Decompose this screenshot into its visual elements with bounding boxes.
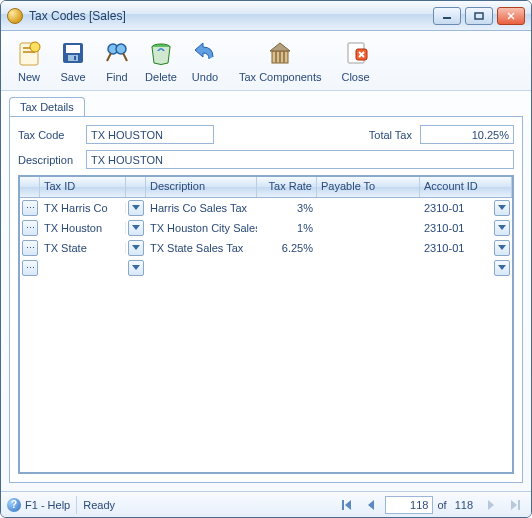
save-icon — [57, 37, 89, 69]
total-tax-value — [420, 125, 514, 144]
save-button[interactable]: Save — [51, 35, 95, 90]
account-dropdown-button[interactable] — [494, 220, 510, 236]
save-label: Save — [60, 71, 85, 83]
svg-rect-10 — [68, 55, 78, 61]
svg-rect-19 — [279, 51, 281, 63]
tax-id-dropdown-button[interactable] — [128, 200, 144, 216]
cell-tax-rate[interactable]: 6.25% — [257, 242, 317, 254]
delete-label: Delete — [145, 71, 177, 83]
undo-button[interactable]: Undo — [183, 35, 227, 90]
svg-rect-18 — [275, 51, 277, 63]
account-dropdown-button[interactable] — [494, 200, 510, 216]
cell-tax-rate[interactable]: 1% — [257, 222, 317, 234]
svg-marker-26 — [132, 205, 140, 210]
grid-header: Tax ID Description Tax Rate Payable To A… — [20, 177, 512, 198]
nav-first-button[interactable] — [337, 496, 357, 514]
svg-marker-31 — [498, 245, 506, 250]
cell-tax-id[interactable]: TX State — [40, 242, 126, 254]
svg-rect-20 — [283, 51, 285, 63]
svg-marker-35 — [345, 500, 351, 510]
delete-icon — [145, 37, 177, 69]
svg-rect-1 — [475, 13, 483, 19]
new-label: New — [18, 71, 40, 83]
close-icon — [506, 12, 516, 20]
account-dropdown-button[interactable] — [494, 240, 510, 256]
col-payable-to[interactable]: Payable To — [317, 177, 420, 197]
table-row[interactable]: ⋯TX StateTX State Sales Tax6.25%2310-01 — [20, 238, 512, 258]
col-tax-rate[interactable]: Tax Rate — [257, 177, 317, 197]
row-picker-button[interactable]: ⋯ — [22, 200, 38, 216]
svg-marker-29 — [498, 225, 506, 230]
cell-account-id[interactable]: 2310-01 — [420, 222, 490, 234]
app-icon — [7, 8, 23, 24]
col-account-id[interactable]: Account ID — [420, 177, 512, 197]
svg-marker-38 — [511, 500, 517, 510]
maximize-button[interactable] — [465, 7, 493, 25]
cell-tax-rate[interactable]: 3% — [257, 202, 317, 214]
svg-point-13 — [116, 44, 126, 54]
cell-description[interactable]: TX State Sales Tax — [146, 242, 257, 254]
row-picker-button[interactable]: ⋯ — [22, 260, 38, 276]
new-button[interactable]: New — [7, 35, 51, 90]
tax-id-dropdown-button[interactable] — [128, 220, 144, 236]
tax-id-dropdown-button[interactable] — [128, 260, 144, 276]
cell-description[interactable]: TX Houston City Sales — [146, 222, 257, 234]
svg-rect-0 — [443, 17, 451, 19]
nav-next-button[interactable] — [481, 496, 501, 514]
svg-line-14 — [107, 53, 111, 61]
maximize-icon — [474, 12, 484, 20]
window-title: Tax Codes [Sales] — [29, 9, 433, 23]
cell-account-id[interactable]: 2310-01 — [420, 202, 490, 214]
tax-components-label: Tax Components — [239, 71, 322, 83]
nav-prev-icon — [367, 500, 375, 510]
table-row[interactable]: ⋯TX HoustonTX Houston City Sales1%2310-0… — [20, 218, 512, 238]
total-tax-label: Total Tax — [369, 129, 412, 141]
statusbar: ? F1 - Help Ready of 118 — [1, 491, 531, 517]
row-picker-button[interactable]: ⋯ — [22, 220, 38, 236]
find-label: Find — [106, 71, 127, 83]
find-button[interactable]: Find — [95, 35, 139, 90]
nav-prev-button[interactable] — [361, 496, 381, 514]
close-window-button[interactable] — [497, 7, 525, 25]
tab-tax-details[interactable]: Tax Details — [9, 97, 85, 117]
help-icon[interactable]: ? — [7, 498, 21, 512]
svg-rect-9 — [66, 45, 80, 53]
svg-marker-32 — [132, 265, 140, 270]
cell-tax-id[interactable]: TX Harris Co — [40, 202, 126, 214]
nav-last-icon — [510, 500, 520, 510]
tax-code-input[interactable] — [86, 125, 214, 144]
minimize-icon — [442, 12, 452, 20]
tax-components-grid: Tax ID Description Tax Rate Payable To A… — [18, 175, 514, 474]
delete-button[interactable]: Delete — [139, 35, 183, 90]
nav-last-button[interactable] — [505, 496, 525, 514]
col-description[interactable]: Description — [146, 177, 257, 197]
tax-code-label: Tax Code — [18, 129, 86, 141]
help-text[interactable]: F1 - Help — [25, 499, 70, 511]
minimize-button[interactable] — [433, 7, 461, 25]
nav-next-icon — [487, 500, 495, 510]
col-tax-id[interactable]: Tax ID — [40, 177, 126, 197]
svg-marker-28 — [132, 225, 140, 230]
account-dropdown-button[interactable] — [494, 260, 510, 276]
tax-components-icon — [264, 37, 296, 69]
nav-total: 118 — [455, 499, 473, 511]
nav-of-text: of — [437, 499, 446, 511]
table-row[interactable]: ⋯TX Harris CoHarris Co Sales Tax3%2310-0… — [20, 198, 512, 218]
titlebar: Tax Codes [Sales] — [1, 1, 531, 31]
svg-marker-37 — [488, 500, 494, 510]
tax-components-button[interactable]: Tax Components — [233, 35, 328, 90]
description-input[interactable] — [86, 150, 514, 169]
nav-current-input[interactable] — [385, 496, 433, 514]
svg-marker-36 — [368, 500, 374, 510]
cell-description[interactable]: Harris Co Sales Tax — [146, 202, 257, 214]
toolbar: New Save Find Delete Undo — [1, 31, 531, 91]
row-picker-button[interactable]: ⋯ — [22, 240, 38, 256]
svg-marker-21 — [270, 43, 290, 51]
close-button[interactable]: Close — [334, 35, 378, 90]
cell-tax-id[interactable]: TX Houston — [40, 222, 126, 234]
svg-rect-11 — [74, 56, 76, 60]
tax-id-dropdown-button[interactable] — [128, 240, 144, 256]
cell-account-id[interactable]: 2310-01 — [420, 242, 490, 254]
svg-line-15 — [123, 53, 127, 61]
table-row[interactable]: ⋯ — [20, 258, 512, 278]
